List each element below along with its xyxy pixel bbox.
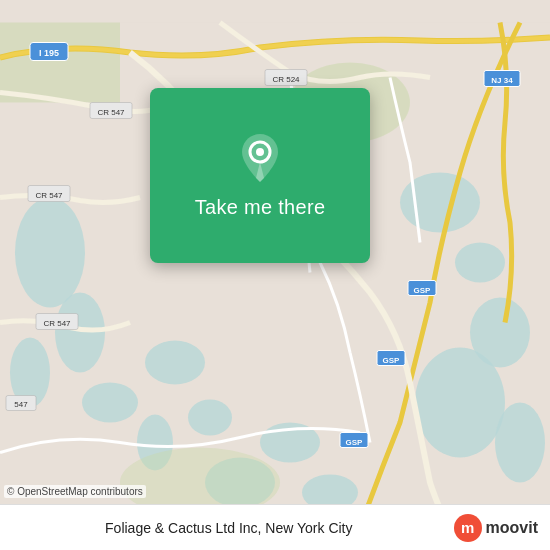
svg-text:GSP: GSP [414, 286, 432, 295]
svg-text:CR 547: CR 547 [35, 191, 63, 200]
svg-point-12 [495, 403, 545, 483]
map-container: I 195 CR 547 CR 547 CR 547 547 CR 524 NJ… [0, 0, 550, 550]
bottom-bar: Foliage & Cactus Ltd Inc, New York City … [0, 504, 550, 550]
svg-text:GSP: GSP [346, 438, 364, 447]
svg-point-6 [188, 400, 232, 436]
svg-text:547: 547 [14, 400, 28, 409]
copyright-text: © OpenStreetMap contributors [4, 485, 146, 498]
svg-point-1 [15, 198, 85, 308]
map-svg: I 195 CR 547 CR 547 CR 547 547 CR 524 NJ… [0, 0, 550, 550]
svg-text:CR 547: CR 547 [97, 108, 125, 117]
svg-point-4 [82, 383, 138, 423]
location-pin-icon [234, 132, 286, 184]
svg-rect-16 [0, 23, 120, 103]
take-me-there-button[interactable]: Take me there [195, 196, 326, 219]
moovit-wordmark: moovit [486, 519, 538, 537]
svg-point-5 [145, 341, 205, 385]
svg-text:GSP: GSP [383, 356, 401, 365]
location-title: Foliage & Cactus Ltd Inc, New York City [12, 520, 446, 536]
moovit-m-icon: m [454, 514, 482, 542]
svg-point-11 [415, 348, 505, 458]
svg-text:I 195: I 195 [39, 48, 59, 58]
svg-text:NJ 34: NJ 34 [491, 76, 513, 85]
moovit-logo: m moovit [454, 514, 538, 542]
svg-point-9 [455, 243, 505, 283]
card-overlay[interactable]: Take me there [150, 88, 370, 263]
svg-point-40 [256, 148, 264, 156]
svg-text:CR 524: CR 524 [272, 75, 300, 84]
svg-text:CR 547: CR 547 [43, 319, 71, 328]
svg-point-2 [55, 293, 105, 373]
